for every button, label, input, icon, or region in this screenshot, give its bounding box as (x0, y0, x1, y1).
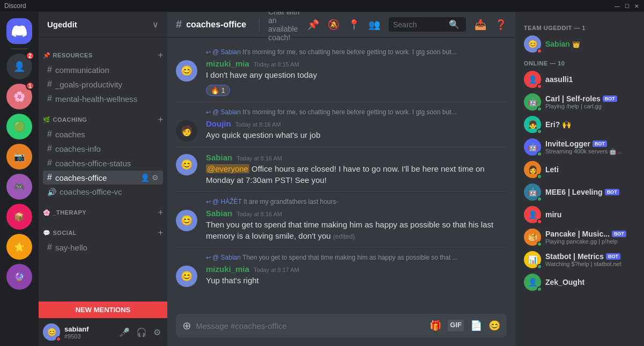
server-icon-4[interactable]: 📷 (6, 144, 32, 170)
member-activity: Playing pancake.gg | p!help (545, 238, 635, 245)
message-header-2: Doujin Today at 8:16 AM (206, 119, 507, 128)
add-channel-therapy-button[interactable]: + (158, 208, 163, 217)
category-social[interactable]: 💬 SOCIAL + (39, 219, 167, 240)
member-leti[interactable]: 👩 Leti (522, 159, 638, 180)
pin-icon[interactable]: 📍 (348, 19, 360, 31)
invite-icon[interactable]: 👤 (140, 173, 150, 182)
server-badge-1: 2 (26, 51, 34, 60)
member-activity: Streaming 400k servers 🤖... (545, 148, 635, 155)
message-separator-4 (176, 247, 507, 247)
server-icon-1[interactable]: 👤 2 (6, 54, 32, 79)
title-bar-controls[interactable]: — ☐ ✕ (614, 3, 640, 9)
discord-home-button[interactable] (6, 18, 32, 44)
mute-button[interactable]: 🎤 (117, 325, 132, 340)
member-avatar-sabian: 😊 (524, 35, 541, 53)
server-name: Ugeddit (47, 20, 77, 29)
channel-coaches-office-vc[interactable]: 🔊 coaches-office-vc (43, 185, 163, 198)
minimize-button[interactable]: — (614, 3, 620, 9)
reaction[interactable]: 🔥 1 (206, 85, 230, 96)
settings-icon[interactable]: ⚙ (152, 173, 159, 182)
message-input[interactable] (196, 316, 425, 336)
header-divider (259, 18, 260, 31)
member-sabian[interactable]: 😊 Sabian 👑 (522, 33, 638, 55)
team-section-header: TEAM UGEDDIT — 1 (522, 20, 638, 33)
members-icon[interactable]: 👥 (368, 19, 380, 31)
search-bar[interactable]: 🔍 (389, 17, 466, 32)
category-therapy[interactable]: 🌸 _THERAPY + (39, 199, 167, 219)
main-content: # coaches-office Chat with an available … (167, 12, 515, 346)
search-input[interactable] (393, 20, 447, 29)
member-name: Pancake | Music... BOT (545, 230, 635, 238)
member-zek[interactable]: 👤 Zek_Ought (522, 271, 638, 293)
member-name: Carl | Self-roles BOT (545, 94, 635, 103)
member-eri[interactable]: 👧 Eri? 🙌 (522, 114, 638, 135)
channel-coaches-office-status[interactable]: # coaches-office-status (43, 156, 163, 170)
category-resources-label: 📌 RESOURCES (43, 52, 93, 59)
new-mentions-button[interactable]: NEW MENTIONS (39, 301, 167, 318)
category-coaching[interactable]: 🌿 COACHING + (39, 106, 167, 127)
message-text-4: Then you get to spend that time making h… (206, 219, 507, 241)
hash-icon: # (47, 129, 52, 139)
settings-button[interactable]: ⚙ (151, 325, 163, 340)
channel-communication[interactable]: # communication (43, 63, 163, 77)
member-miru[interactable]: 👤 miru (522, 204, 638, 225)
message-content-2: Doujin Today at 8:16 AM Ayo quick questi… (206, 119, 507, 142)
bot-badge: BOT (612, 231, 626, 237)
server-icon-8[interactable]: 🔮 (6, 264, 32, 290)
close-button[interactable]: ✕ (633, 3, 640, 9)
server-icon-3[interactable]: 🟢 (6, 114, 32, 139)
status-indicator (537, 48, 542, 54)
category-icon: 🌸 (43, 209, 51, 216)
member-aasulli1[interactable]: 👤 aasulli1 (522, 69, 638, 90)
channel-mental-health[interactable]: # mental-health-wellness (43, 92, 163, 106)
gift-icon[interactable]: 🎁 (430, 320, 441, 332)
member-name: Statbot | Metrics BOT (545, 252, 635, 261)
message-separator-2 (176, 147, 507, 148)
deafen-button[interactable]: 🎧 (134, 325, 149, 340)
everyone-mention: @everyone (206, 164, 249, 173)
message-text: I don't have any question today (206, 69, 507, 80)
gif-icon[interactable]: GIF (448, 320, 464, 332)
emoji-icon[interactable]: 😊 (488, 320, 500, 332)
member-mee6[interactable]: 🤖 MEE6 | Leveling BOT (522, 181, 638, 203)
category-coaching-label: 🌿 COACHING (43, 116, 87, 123)
member-carl[interactable]: 🤖 Carl | Self-roles BOT Playing /help | … (522, 91, 638, 113)
server-icon-2[interactable]: 🌸 1 (6, 84, 32, 109)
member-statbot[interactable]: 📊 Statbot | Metrics BOT Watching $?help … (522, 249, 638, 270)
channel-coaches-info[interactable]: # coaches-info (43, 142, 163, 156)
status-indicator (537, 264, 542, 269)
member-pancake[interactable]: 🥞 Pancake | Music... BOT Playing pancake… (522, 226, 638, 248)
server-sidebar: 👤 2 🌸 1 🟢 📷 🎮 📦 ⭐ 🔮 (0, 12, 39, 346)
channel-goals-productivity[interactable]: # _goals-productivity (43, 77, 163, 91)
add-channel-coaching-button[interactable]: + (158, 115, 163, 124)
help-icon[interactable]: ❓ (495, 19, 507, 31)
hash-icon: # (47, 158, 52, 168)
server-icon-7[interactable]: ⭐ (6, 234, 32, 260)
bot-badge: BOT (606, 253, 620, 260)
category-resources[interactable]: 📌 RESOURCES + (39, 42, 167, 62)
channel-say-hello[interactable]: # say-hello (43, 240, 163, 254)
hashtag-icon[interactable]: 📌 (307, 19, 319, 31)
hash-icon: # (47, 94, 52, 104)
category-social-label: 💬 SOCIAL (43, 230, 77, 237)
voice-icon: 🔊 (47, 188, 56, 196)
member-invitelogger[interactable]: 🤖 InviteLogger BOT Streaming 400k server… (522, 136, 638, 158)
maximize-button[interactable]: ☐ (624, 3, 630, 9)
message-author-2: Doujin (206, 119, 231, 128)
server-header[interactable]: Ugeddit ∨ (39, 12, 167, 38)
channel-name: coaches-office-vc (60, 187, 159, 196)
add-channel-resources-button[interactable]: + (158, 50, 163, 60)
add-channel-social-button[interactable]: + (158, 228, 163, 238)
inbox-icon[interactable]: 📥 (475, 19, 486, 31)
mute-icon[interactable]: 🔕 (328, 19, 339, 31)
channel-coaches-office[interactable]: # coaches-office 👤 ⚙ (43, 171, 163, 185)
sticker-icon[interactable]: 📄 (470, 320, 482, 332)
channel-coaches[interactable]: # coaches (43, 127, 163, 141)
member-name: MEE6 | Leveling BOT (545, 188, 635, 196)
message-avatar-4: 😊 (176, 210, 197, 231)
status-indicator (537, 129, 542, 134)
server-icon-5[interactable]: 🎮 (6, 174, 32, 200)
hash-icon: # (47, 144, 52, 153)
add-attachment-button[interactable]: ⊕ (182, 319, 191, 332)
server-icon-6[interactable]: 📦 (6, 204, 32, 230)
